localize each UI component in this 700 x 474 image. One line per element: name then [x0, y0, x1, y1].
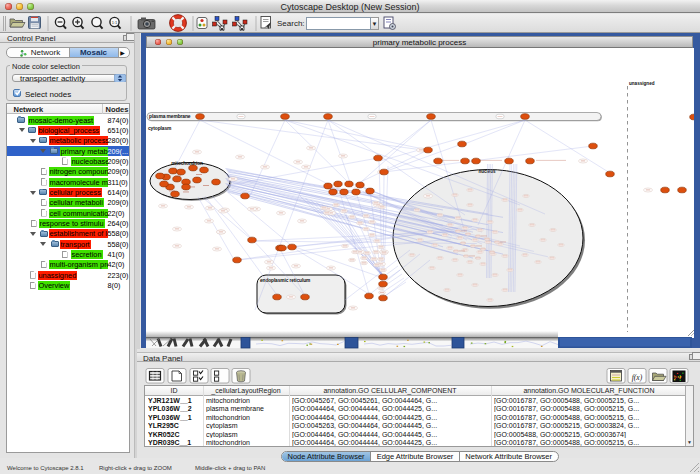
svg-text:f(x): f(x): [632, 373, 643, 382]
